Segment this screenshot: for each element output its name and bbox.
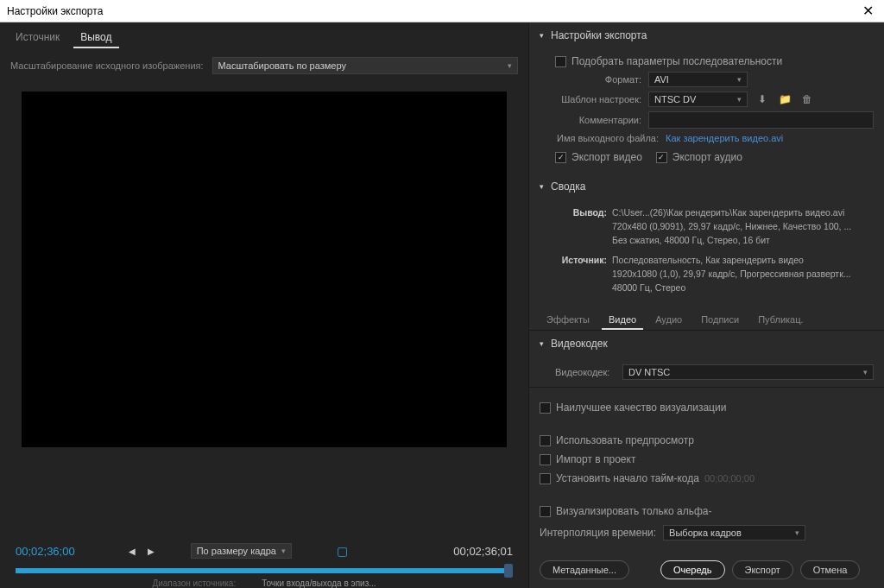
tab-output[interactable]: Вывод <box>73 28 118 48</box>
chevron-down-icon: ▾ <box>508 61 512 70</box>
timeline-scrubber[interactable] <box>16 568 513 573</box>
summary-title: Сводка <box>551 180 586 193</box>
scaling-label: Масштабирование исходного изображения: <box>10 60 204 71</box>
render-alpha-checkbox[interactable] <box>540 506 551 517</box>
export-audio-checkbox[interactable] <box>656 152 667 163</box>
preview-panel: Источник Вывод Масштабирование исходного… <box>0 22 528 588</box>
prev-frame-icon[interactable]: ◀ <box>127 545 137 558</box>
range-value[interactable]: Точки входа/выхода в эпиз... <box>262 579 376 588</box>
use-previews-label: Использовать предпросмотр <box>556 434 694 446</box>
set-start-tc-label: Установить начало тайм-кода <box>556 472 699 484</box>
export-settings-title: Настройки экспорта <box>551 29 647 41</box>
format-label: Формат: <box>555 74 641 85</box>
chevron-down-icon: ▾ <box>281 547 286 555</box>
window-title: Настройки экспорта <box>7 5 859 17</box>
import-preset-icon[interactable]: 📁 <box>777 92 792 107</box>
comments-label: Комментарии: <box>555 115 641 125</box>
use-previews-checkbox[interactable] <box>540 435 551 446</box>
chevron-down-icon: ▾ <box>795 528 799 537</box>
max-quality-label: Наилучшее качество визуализации <box>556 401 726 414</box>
save-preset-icon[interactable]: ⬇ <box>755 92 770 107</box>
export-video-checkbox[interactable] <box>555 152 566 163</box>
subtab-publish[interactable]: Публикац. <box>751 311 810 330</box>
summary-header[interactable]: ▾ Сводка <box>529 174 884 199</box>
tab-source[interactable]: Источник <box>9 28 66 48</box>
cancel-button[interactable]: Отмена <box>800 560 860 579</box>
timecode-duration: 00;02;36;01 <box>453 545 513 558</box>
settings-panel: ▾ Настройки экспорта Подобрать параметры… <box>528 22 884 588</box>
match-sequence-label: Подобрать параметры последовательности <box>571 55 782 67</box>
max-quality-checkbox[interactable] <box>540 402 551 414</box>
summary-output-label: Вывод: <box>555 206 607 220</box>
match-sequence-checkbox[interactable] <box>555 56 566 67</box>
subtab-video[interactable]: Видео <box>602 311 643 330</box>
comments-input[interactable] <box>648 111 874 129</box>
aspect-ratio-icon[interactable]: ▢ <box>335 542 350 560</box>
start-tc-value: 00;00;00;00 <box>704 473 755 484</box>
playhead-icon[interactable] <box>504 564 513 578</box>
zoom-dropdown[interactable]: По размеру кадра ▾ <box>191 543 292 559</box>
import-project-label: Импорт в проект <box>556 453 635 465</box>
metadata-button[interactable]: Метаданные... <box>540 560 629 579</box>
preset-label: Шаблон настроек: <box>555 94 641 104</box>
delete-preset-icon[interactable]: 🗑 <box>799 92 815 107</box>
export-settings-header[interactable]: ▾ Настройки экспорта <box>529 22 884 48</box>
videocodec-header[interactable]: ▾ Видеокодек <box>529 331 884 357</box>
format-dropdown[interactable]: AVI ▾ <box>648 72 748 87</box>
close-icon[interactable]: ✕ <box>859 3 877 19</box>
videocodec-title: Видеокодек <box>551 338 608 350</box>
zoom-value: По размеру кадра <box>197 546 276 556</box>
preset-value: NTSC DV <box>654 94 696 104</box>
videocodec-dropdown[interactable]: DV NTSC ▾ <box>622 364 874 380</box>
videocodec-label: Видеокодек: <box>555 367 616 377</box>
chevron-down-icon: ▾ <box>737 75 742 84</box>
timecode-current[interactable]: 00;02;36;00 <box>16 545 75 558</box>
chevron-down-icon: ▾ <box>737 95 742 104</box>
export-audio-label: Экспорт аудио <box>672 151 742 163</box>
next-frame-icon[interactable]: ▶ <box>146 545 156 558</box>
export-video-label: Экспорт видео <box>571 151 642 163</box>
preset-dropdown[interactable]: NTSC DV ▾ <box>648 92 748 107</box>
queue-button[interactable]: Очередь <box>660 560 725 579</box>
output-name-link[interactable]: Как зарендерить видео.avi <box>666 133 783 143</box>
videocodec-value: DV NTSC <box>628 367 670 377</box>
titlebar: Настройки экспорта ✕ <box>0 0 884 22</box>
time-interp-label: Интерполяция времени: <box>540 527 656 539</box>
time-interp-value: Выборка кадров <box>669 528 742 538</box>
chevron-down-icon: ▾ <box>540 182 544 191</box>
chevron-down-icon: ▾ <box>540 339 544 348</box>
render-alpha-label: Визуализировать только альфа- <box>556 505 712 517</box>
chevron-down-icon: ▾ <box>540 31 544 40</box>
scaling-value: Масштабировать по размеру <box>218 60 346 71</box>
video-preview <box>22 92 507 447</box>
subtab-audio[interactable]: Аудио <box>648 311 689 330</box>
import-project-checkbox[interactable] <box>540 454 551 465</box>
subtab-effects[interactable]: Эффекты <box>540 311 597 330</box>
export-button[interactable]: Экспорт <box>732 560 793 579</box>
summary-output-text: C:\User...(26)\Как рендерить\Как заренде… <box>612 206 862 247</box>
format-value: AVI <box>654 74 669 85</box>
set-start-tc-checkbox[interactable] <box>540 473 551 484</box>
range-label: Диапазон источника: <box>152 579 236 588</box>
scaling-dropdown[interactable]: Масштабировать по размеру ▾ <box>212 57 518 74</box>
chevron-down-icon: ▾ <box>863 368 868 376</box>
subtab-captions[interactable]: Подписи <box>694 311 746 330</box>
output-name-label: Имя выходного файла: <box>555 133 659 143</box>
time-interp-dropdown[interactable]: Выборка кадров ▾ <box>663 525 805 541</box>
summary-source-label: Источник: <box>555 254 607 268</box>
summary-source-text: Последовательность, Как зарендерить виде… <box>612 254 862 294</box>
